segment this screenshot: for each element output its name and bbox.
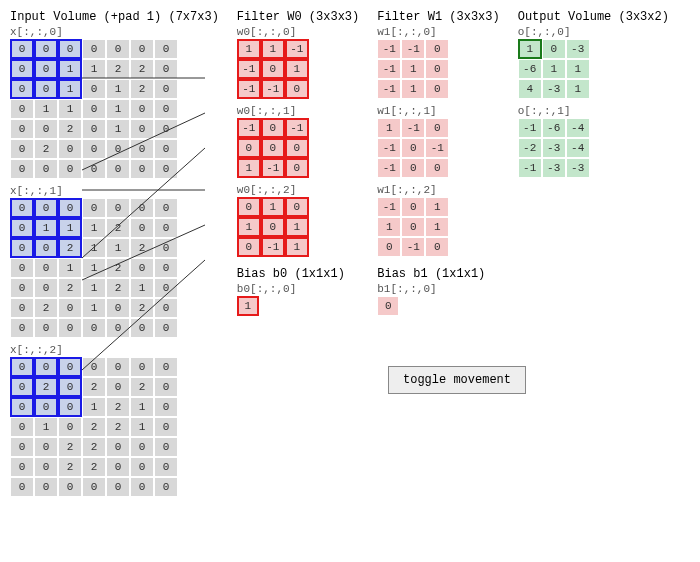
cell: 0	[154, 159, 178, 179]
cell: 0	[10, 357, 34, 377]
cell: 0	[106, 318, 130, 338]
cell: -1	[518, 158, 542, 178]
cell: 0	[154, 318, 178, 338]
cell: 1	[106, 99, 130, 119]
cell: 0	[10, 218, 34, 238]
cell: 1	[566, 59, 590, 79]
cell: 0	[10, 159, 34, 179]
cell: 2	[58, 119, 82, 139]
cell: 0	[130, 159, 154, 179]
input-slice1-grid: 0000000011120000211200011200002121002010…	[10, 198, 219, 338]
cell: 0	[130, 99, 154, 119]
cell: 0	[106, 198, 130, 218]
cell: 1	[82, 218, 106, 238]
cell: -1	[285, 118, 309, 138]
cell: 1	[285, 237, 309, 257]
cell: 0	[58, 377, 82, 397]
cell: 1	[377, 118, 401, 138]
cell: 0	[58, 298, 82, 318]
cell: -1	[518, 118, 542, 138]
cell: 0	[58, 417, 82, 437]
cell: 0	[401, 138, 425, 158]
w1-slice2-grid: -1011010-10	[377, 197, 499, 257]
cell: 2	[82, 437, 106, 457]
cell: 0	[154, 59, 178, 79]
cell: 0	[82, 99, 106, 119]
cell: 0	[130, 318, 154, 338]
cell: -1	[377, 59, 401, 79]
cell: 0	[154, 357, 178, 377]
cell: 0	[130, 477, 154, 497]
cell: 0	[130, 198, 154, 218]
toggle-movement-button[interactable]: toggle movement	[388, 366, 526, 394]
cell: 0	[82, 139, 106, 159]
cell: 0	[154, 417, 178, 437]
input-volume-column: Input Volume (+pad 1) (7x7x3) x[:,:,0] 0…	[10, 10, 219, 497]
cell: 2	[106, 258, 130, 278]
cell: 2	[106, 278, 130, 298]
cell: 0	[82, 318, 106, 338]
cell: 0	[401, 217, 425, 237]
cell: 0	[10, 238, 34, 258]
cell: -1	[377, 197, 401, 217]
cell: 0	[10, 39, 34, 59]
cell: 0	[154, 258, 178, 278]
cell: -1	[285, 39, 309, 59]
cell: -3	[542, 138, 566, 158]
cell: -1	[237, 79, 261, 99]
cell: 0	[10, 139, 34, 159]
cell: 0	[106, 159, 130, 179]
cell: 0	[34, 397, 58, 417]
cell: 0	[10, 278, 34, 298]
cell: 4	[518, 79, 542, 99]
cell: 0	[58, 39, 82, 59]
w1-slice1-grid: 1-10-10-1-100	[377, 118, 499, 178]
cell: 1	[285, 217, 309, 237]
cell: 0	[34, 357, 58, 377]
cell: 0	[82, 39, 106, 59]
cell: 1	[566, 79, 590, 99]
cell: 0	[10, 298, 34, 318]
cell: 1	[401, 79, 425, 99]
cell: 0	[261, 138, 285, 158]
cell: -4	[566, 118, 590, 138]
cell: -3	[566, 158, 590, 178]
cell: 0	[10, 377, 34, 397]
cell: 0	[285, 158, 309, 178]
cell: 1	[425, 217, 449, 237]
cell: 2	[130, 298, 154, 318]
cell: 0	[154, 198, 178, 218]
cell: 0	[130, 39, 154, 59]
w0-slice0-grid: 11-1-101-1-10	[237, 39, 359, 99]
cell: 1	[106, 119, 130, 139]
cell: 2	[34, 298, 58, 318]
cell: 1	[58, 218, 82, 238]
o-slice1-label: o[:,:,1]	[518, 105, 669, 117]
cell: 2	[58, 278, 82, 298]
cell: 0	[34, 119, 58, 139]
cell: 0	[261, 59, 285, 79]
cell: 0	[106, 477, 130, 497]
cell: -3	[542, 158, 566, 178]
cell: 0	[34, 457, 58, 477]
cell: 0	[10, 99, 34, 119]
cell: 0	[34, 198, 58, 218]
cell: 1	[130, 397, 154, 417]
output-title: Output Volume (3x3x2)	[518, 10, 669, 24]
cell: 1	[82, 238, 106, 258]
cell: 0	[82, 357, 106, 377]
output-slice1-grid: -1-6-4-2-3-4-1-3-3	[518, 118, 669, 178]
cell: 0	[285, 197, 309, 217]
cell: 1	[237, 217, 261, 237]
cell: 0	[154, 238, 178, 258]
cell: 0	[34, 79, 58, 99]
cell: 0	[10, 79, 34, 99]
cell: 1	[58, 59, 82, 79]
cell: -2	[518, 138, 542, 158]
cell: 0	[34, 318, 58, 338]
cell: 1	[425, 197, 449, 217]
cell: 1	[542, 59, 566, 79]
cell: 1	[82, 278, 106, 298]
w1-slice2-label: w1[:,:,2]	[377, 184, 499, 196]
cell: -1	[377, 158, 401, 178]
